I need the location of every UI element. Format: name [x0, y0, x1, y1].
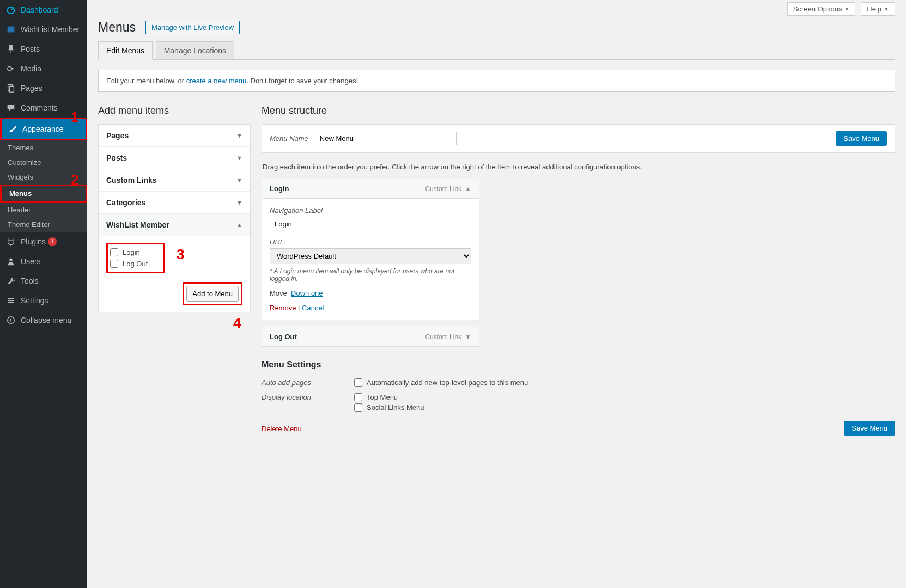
- svg-point-7: [9, 300, 10, 302]
- sidebar-item-label: Settings: [21, 296, 48, 305]
- screen-options-label: Screen Options: [793, 5, 842, 13]
- help-button[interactable]: Help▼: [861, 2, 895, 16]
- delete-menu-link[interactable]: Delete Menu: [262, 425, 302, 433]
- move-down-link[interactable]: Down one: [291, 289, 323, 297]
- chevron-down-icon: ▼: [884, 6, 889, 12]
- panel-label: Posts: [106, 154, 127, 162]
- panel-wishlist-member[interactable]: WishList Member▲: [99, 214, 250, 236]
- menu-structure-heading: Menu structure: [262, 105, 895, 117]
- sidebar-item-label: Pages: [21, 84, 42, 93]
- save-menu-button-bottom[interactable]: Save Menu: [844, 421, 895, 436]
- menu-item-type: Custom Link: [425, 185, 461, 193]
- svg-point-6: [11, 298, 13, 299]
- sidebar-subitem-header[interactable]: Header: [0, 203, 87, 217]
- tab-manage-locations[interactable]: Manage Locations: [156, 41, 234, 59]
- panel-label: Custom Links: [106, 176, 157, 185]
- pin-icon: [5, 44, 16, 54]
- screen-options-button[interactable]: Screen Options▼: [787, 2, 856, 16]
- comment-icon: [5, 102, 16, 113]
- annotation-2: 2: [71, 171, 78, 188]
- sidebar-item-media[interactable]: Media: [0, 59, 87, 78]
- manage-live-preview-button[interactable]: Manage with Live Preview: [145, 21, 240, 34]
- svg-point-0: [8, 7, 15, 14]
- nav-label-label: Navigation Label: [270, 206, 471, 215]
- checkbox-login-label: Login: [123, 248, 140, 256]
- display-social-label: Social Links Menu: [367, 403, 424, 412]
- annotation-4: 4: [233, 315, 241, 332]
- annotation-1: 1: [71, 109, 78, 126]
- move-label: Move: [270, 289, 287, 297]
- sidebar-item-collapse[interactable]: Collapse menu: [0, 310, 87, 330]
- admin-sidebar: Dashboard WishList Member Posts Media Pa…: [0, 0, 87, 588]
- menu-top-bar: Menu Name Save Menu: [262, 124, 895, 153]
- nav-label-input[interactable]: [270, 217, 471, 231]
- sidebar-item-users[interactable]: Users: [0, 252, 87, 271]
- sidebar-item-settings[interactable]: Settings: [0, 291, 87, 310]
- sidebar-item-label: Collapse menu: [21, 316, 71, 324]
- sidebar-item-label: Dashboard: [21, 5, 58, 14]
- page-title: Menus: [98, 20, 136, 35]
- create-new-menu-link[interactable]: create a new menu: [186, 77, 247, 85]
- wishlist-icon: [5, 24, 16, 35]
- sidebar-item-posts[interactable]: Posts: [0, 39, 87, 59]
- menu-item-logout[interactable]: Log Out Custom Link▼: [262, 327, 479, 347]
- chevron-down-icon: ▼: [236, 132, 242, 139]
- svg-point-9: [8, 317, 15, 324]
- panel-pages[interactable]: Pages▼: [99, 125, 250, 147]
- menu-settings-heading: Menu Settings: [262, 360, 895, 370]
- panel-label: Categories: [106, 198, 145, 207]
- brush-icon: [7, 124, 18, 134]
- sidebar-item-label: WishList Member: [21, 25, 80, 34]
- drag-instruction: Drag each item into the order you prefer…: [263, 163, 895, 171]
- sidebar-item-label: Appearance: [22, 125, 64, 133]
- cancel-link[interactable]: Cancel: [302, 304, 324, 312]
- page-icon: [5, 83, 16, 94]
- menu-item-login-body: Navigation Label URL: WordPress Default …: [262, 198, 479, 320]
- sidebar-item-plugins[interactable]: Plugins1: [0, 232, 87, 252]
- add-items-accordion: Pages▼ Posts▼ Custom Links▼ Categories▼ …: [98, 124, 251, 313]
- sidebar-subitem-customize[interactable]: Customize: [0, 155, 87, 170]
- url-label: URL:: [270, 238, 471, 246]
- info-notice: Edit your menu below, or create a new me…: [98, 70, 895, 92]
- panel-custom-links[interactable]: Custom Links▼: [99, 169, 250, 192]
- add-menu-items-heading: Add menu items: [98, 105, 251, 117]
- sidebar-subitem-theme-editor[interactable]: Theme Editor: [0, 217, 87, 232]
- sidebar-item-wishlist[interactable]: WishList Member: [0, 20, 87, 39]
- menu-item-type: Custom Link: [425, 333, 461, 341]
- menu-item-title: Log Out: [270, 333, 297, 341]
- sidebar-item-label: Media: [21, 64, 41, 73]
- sidebar-subitem-themes[interactable]: Themes: [0, 140, 87, 155]
- menu-item-login-header[interactable]: Login Custom Link▲: [262, 179, 479, 198]
- sidebar-item-tools[interactable]: Tools: [0, 271, 87, 291]
- save-menu-button-top[interactable]: Save Menu: [836, 131, 887, 146]
- sidebar-item-pages[interactable]: Pages: [0, 78, 87, 98]
- auto-add-checkbox[interactable]: [354, 378, 362, 387]
- display-location-label: Display location: [262, 392, 354, 413]
- panel-posts[interactable]: Posts▼: [99, 147, 250, 169]
- menu-item-logout-header[interactable]: Log Out Custom Link▼: [262, 327, 479, 346]
- display-top-menu-checkbox[interactable]: [354, 393, 362, 401]
- menu-name-input[interactable]: [315, 132, 457, 145]
- plugins-update-badge: 1: [48, 237, 57, 246]
- svg-point-5: [9, 259, 12, 261]
- sidebar-item-dashboard[interactable]: Dashboard: [0, 0, 87, 20]
- help-label: Help: [867, 5, 881, 13]
- checkbox-login[interactable]: [110, 248, 118, 256]
- remove-link[interactable]: Remove: [270, 304, 296, 312]
- menu-item-title: Login: [270, 185, 289, 193]
- chevron-down-icon: ▼: [844, 6, 849, 12]
- menu-item-login[interactable]: Login Custom Link▲ Navigation Label URL:…: [262, 179, 479, 320]
- checkbox-logout[interactable]: [110, 260, 118, 268]
- sidebar-item-label: Comments: [21, 103, 58, 112]
- panel-categories[interactable]: Categories▼: [99, 192, 250, 214]
- chevron-down-icon: ▼: [236, 199, 242, 206]
- add-to-menu-button[interactable]: Add to Menu: [186, 286, 239, 302]
- svg-rect-1: [8, 27, 15, 33]
- tab-edit-menus[interactable]: Edit Menus: [98, 41, 153, 60]
- auto-add-option: Automatically add new top-level pages to…: [367, 378, 528, 387]
- display-social-checkbox[interactable]: [354, 403, 362, 412]
- url-select[interactable]: WordPress Default: [270, 248, 471, 264]
- media-icon: [5, 63, 16, 74]
- chevron-up-icon: ▲: [236, 222, 242, 228]
- menu-name-label: Menu Name: [270, 134, 308, 143]
